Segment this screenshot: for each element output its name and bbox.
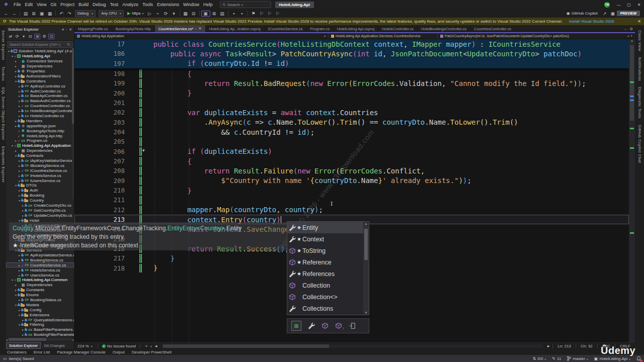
chevron-down-icon[interactable]: ▾ (11, 278, 14, 282)
chevron-right-icon[interactable]: ▸ (18, 274, 21, 277)
line-number[interactable]: 186 (74, 50, 125, 57)
chevron-down-icon[interactable]: ▾ (7, 49, 11, 53)
menu-file[interactable]: File (12, 2, 23, 7)
chevron-right-icon[interactable]: ▸ (14, 288, 18, 292)
tree-item[interactable]: ▸C#ApiKeyController.cs (6, 83, 74, 88)
chevron-right-icon[interactable]: ▸ (21, 204, 25, 207)
menu-debug[interactable]: Debug (91, 2, 108, 7)
code-line-199[interactable]: 199 return Result.BadRequest(new Error(E… (74, 78, 629, 88)
chevron-right-icon[interactable]: ▸ (18, 104, 21, 108)
code-line-203[interactable]: 203 .AnyAsync(c => c.Name.ToLower().Trim… (74, 118, 629, 127)
tree-item[interactable]: ▾Models (6, 302, 74, 307)
code-line-206[interactable]: 206 if (duplicateExists)▾ (74, 147, 629, 156)
document-tab[interactable]: MappingProfile.cs (74, 25, 112, 32)
tree-item[interactable]: ▸Handlers (6, 118, 74, 123)
tree-horizontal-scrollbar[interactable]: ◂ ▸ (6, 337, 74, 341)
menu-git[interactable]: Git (48, 2, 58, 7)
tree-item[interactable]: ▾Controllers (6, 78, 74, 83)
panel-tab-developer-powershell[interactable]: Developer PowerShell (132, 350, 172, 354)
code-line-186[interactable]: 186 public async Task<Result> PatchCount… (74, 49, 629, 58)
close-button[interactable]: ✕ (634, 0, 644, 9)
document-tab[interactable]: Program.cs (307, 25, 334, 32)
sync-with-active-document-icon[interactable]: ⇄ (8, 34, 13, 39)
menu-extensions[interactable]: Extensions (155, 2, 181, 7)
line-number[interactable]: 211 (74, 196, 125, 204)
chevron-right-icon[interactable]: ▸ (18, 89, 21, 93)
tree-item[interactable]: ▸{}appsettings.json (6, 123, 74, 128)
line-number[interactable]: 207 (74, 157, 125, 165)
chevron-right-icon[interactable]: ▸ (14, 74, 18, 78)
intellisense-scrollbar[interactable]: ▲ ▼ (363, 222, 369, 315)
line-number[interactable]: 198 (74, 70, 125, 77)
pending-edits-button[interactable]: ✎ 11 (552, 356, 561, 361)
tree-item[interactable]: ▸C#IBookingService.cs (6, 163, 74, 168)
minimize-button[interactable]: — (614, 0, 624, 9)
code-line-200[interactable]: 200 } (74, 88, 629, 98)
code-text[interactable]: public async Task<Result> PatchCountryAs… (136, 50, 582, 58)
code-text[interactable]: return Result.BadRequest(new Error(Error… (136, 79, 586, 87)
properties-icon[interactable]: ⚙ (42, 34, 47, 39)
document-tab[interactable]: CountriesController.cs (470, 25, 515, 32)
collapse-all-icon[interactable]: ⊟ (28, 34, 33, 39)
code-line-210[interactable]: 210 } (74, 186, 629, 195)
chevron-down-icon[interactable]: ▾ (14, 79, 18, 83)
snippet-filter-icon[interactable] (349, 322, 356, 329)
zoom-dropdown[interactable]: 224 % ▾ (74, 344, 96, 348)
line-number[interactable]: 209 (74, 177, 125, 185)
chevron-down-icon[interactable]: ▾ (11, 144, 14, 147)
menu-edit[interactable]: Edit (23, 2, 35, 7)
chevron-right-icon[interactable]: ▸ (14, 119, 18, 123)
chevron-right-icon[interactable]: ▸ (14, 139, 18, 142)
completion-item-tostring[interactable]: ★ToString (287, 245, 369, 256)
code-line-201[interactable]: 201 (74, 98, 629, 108)
tree-item[interactable]: ▾Contracts (6, 153, 74, 158)
tree-item[interactable]: ▸✓C#Program.cs (6, 138, 74, 143)
hot-reload-icon[interactable]: ⌁ (154, 11, 162, 16)
fold-chevron-icon[interactable]: ▾ (142, 148, 145, 153)
tree-item[interactable]: ▸C#AuthController.cs (6, 88, 74, 94)
panel-tab-containers[interactable]: Containers (7, 350, 27, 354)
code-text[interactable]: mapper.Map(countryDto, country); (136, 206, 323, 214)
chevron-right-icon[interactable]: ▸ (14, 59, 18, 63)
pending-changes-filter-icon[interactable]: ⟳ (15, 34, 20, 39)
new-file-icon[interactable]: ▤ (22, 11, 30, 16)
chevron-right-icon[interactable]: ▸ (18, 194, 21, 197)
redo-icon[interactable]: ↷ (65, 11, 73, 16)
chevron-right-icon[interactable]: ▸ (18, 308, 21, 312)
code-line-205[interactable]: 205 (74, 137, 629, 146)
line-number[interactable]: 206 (74, 148, 125, 155)
bookmark-clear-icon[interactable]: ⚐ (274, 11, 282, 16)
solution-search-input[interactable]: Search Solution Explorer (Ctrl+;) (8, 41, 72, 48)
column-indicator[interactable]: Ch: 32 (576, 344, 597, 348)
line-number[interactable]: 197 (74, 60, 125, 67)
menu-project[interactable]: Project (58, 2, 76, 7)
scroll-right-icon[interactable]: ▸ (72, 338, 74, 341)
chevron-right-icon[interactable]: ▸ (14, 69, 18, 73)
attach-to-process-icon[interactable]: ⊞ (210, 11, 218, 16)
tree-item[interactable]: ▸◉Connected Services (6, 59, 74, 64)
panel-tab-solution-explorer[interactable]: Solution Explorer (6, 342, 41, 349)
tree-item[interactable]: ▸▤Dependencies (6, 283, 74, 288)
line-indicator[interactable]: Ln: 213 (552, 344, 576, 348)
document-health-indicator[interactable]: ✓ No issues found (100, 344, 138, 348)
tree-item[interactable]: ▸▤Dependencies (6, 64, 74, 69)
tree-item[interactable]: ▾Solution 'HotelListing.Api' (4 of 4 pro… (6, 49, 74, 54)
chevron-right-icon[interactable]: ▸ (18, 258, 21, 262)
code-line-198[interactable]: 198 { (74, 69, 629, 78)
start-without-debugging-icon[interactable]: ▷ (146, 11, 154, 16)
line-number[interactable]: 205 (74, 138, 125, 145)
solution-name-badge[interactable]: HotelListing.Api (275, 2, 314, 8)
close-icon[interactable]: ✕ (199, 27, 202, 31)
chevron-right-icon[interactable]: ▸ (18, 159, 21, 162)
document-tab[interactable]: BookingApiTests.http (112, 25, 155, 32)
chevron-down-icon[interactable]: ▾ (18, 199, 21, 202)
line-number[interactable]: 201 (74, 99, 125, 107)
code-line-209[interactable]: 209 $"Country with name '{countryDto.Nam… (74, 176, 629, 186)
pin-icon[interactable]: ◦ (66, 28, 67, 32)
code-text[interactable]: { (136, 70, 192, 78)
line-number[interactable]: 204 (74, 128, 125, 136)
share-icon[interactable]: ↗ (601, 11, 609, 16)
solution-explorer-header[interactable]: Solution Explorer ▾ ◦ ✕ (6, 26, 74, 33)
tree-item[interactable]: ▾Extensions (6, 312, 74, 317)
cube-filter-icon[interactable] (321, 322, 329, 329)
